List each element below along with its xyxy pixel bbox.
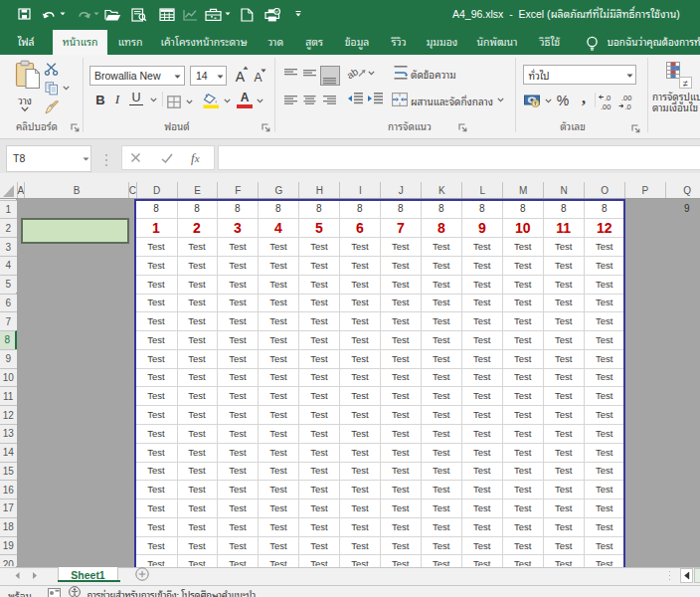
svg-text:.0: .0 bbox=[625, 102, 631, 110]
svg-text:.00: .00 bbox=[601, 102, 611, 110]
svg-text:.0: .0 bbox=[605, 94, 611, 102]
svg-text:ab: ab bbox=[345, 66, 360, 80]
svg-text:.00: .00 bbox=[621, 94, 631, 102]
svg-text:≠: ≠ bbox=[683, 79, 688, 89]
